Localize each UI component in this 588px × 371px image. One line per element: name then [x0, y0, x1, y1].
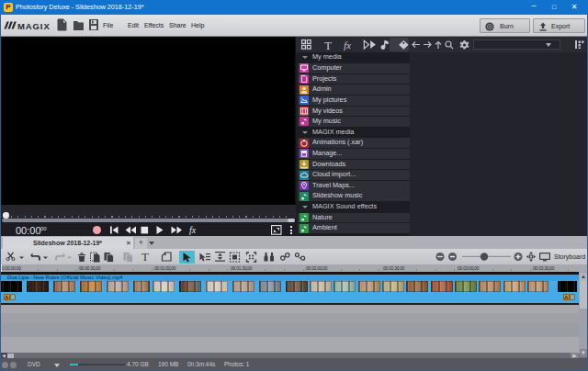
svg-text:T: T — [141, 250, 149, 264]
svg-text:fx: fx — [344, 40, 351, 51]
svg-text:T: T — [324, 39, 332, 51]
svg-text:MAGIX: MAGIX — [17, 21, 51, 31]
svg-text:Storyboard: Storyboard — [554, 253, 585, 261]
svg-text:fx: fx — [189, 225, 197, 235]
